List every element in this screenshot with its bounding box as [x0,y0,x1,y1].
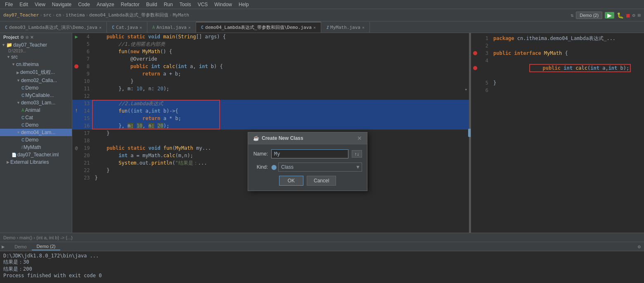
menu-navigate[interactable]: Navigate [49,2,75,7]
tab-label-mymath: MyMath.java [330,25,360,30]
bottom-tabs: ▶ Demo Demo (2) ⚙ [0,242,644,251]
bottom-gear-icon[interactable]: ⚙ [638,244,644,250]
sidebar-item-demo-class[interactable]: C Demo [0,84,72,92]
sidebar-item-demo-c[interactable]: C Demo [0,121,72,129]
code-line-6: 6 fun(new MyMath() { [72,48,469,55]
linenum-10: 10 [80,78,93,85]
sidebar-item-mycallable[interactable]: C MyCallable... [0,92,72,99]
src-arrow: ▼ [7,55,10,59]
demo-c-label: Demo [25,122,38,128]
gutter-21 [72,159,80,167]
status-bar: Demo › main() › {int a, int b} -> {...} [0,233,644,242]
right-code-content-3: public interface MyMath { [492,50,644,57]
mymath-icon: I [21,145,23,150]
iml-icon: 📄 [12,153,17,157]
demo04-class-label: Demo [25,137,38,143]
run-button[interactable]: ▶ [605,12,614,19]
menu-run[interactable]: Run [161,2,176,7]
right-code-line-3: 3 public interface MyMath { [471,50,644,57]
gutter-5 [72,40,80,48]
sort-icon: ⇅ [571,12,573,18]
sidebar-header: Project ⚙ ☆ ✕ [0,33,72,41]
tab-cat[interactable]: C Cat.java ✕ [107,22,147,33]
linenum-21: 21 [80,159,93,167]
sidebar-item-demo04[interactable]: ▼ demo04_Lam... [0,129,72,136]
kind-select-wrap: ⬤ Class Interface Enum Annotation ▼ [271,163,362,172]
tab-label-demo03: demo03_Lambda表达式_演示\Demo.java [9,24,97,31]
tab-animal[interactable]: A Animal.java ✕ [147,22,196,33]
tab-close-demo03[interactable]: ✕ [99,25,102,30]
right-code-line-6: 6 [471,87,644,94]
bottom-content: D:\JDK\jdk1.8.0_172\bin\java ... 结果是：30 … [0,251,644,283]
menu-vcs[interactable]: VCS [194,2,211,7]
dialog-cancel-button[interactable]: Cancel [307,176,336,186]
right-linenum-6: 6 [479,87,492,94]
code-line-16: 16 }, m: 10, n: 20); [72,122,469,130]
menu-help[interactable]: Help [235,2,252,7]
menu-file[interactable]: File [2,2,16,7]
code-content-7: @Override [93,55,469,63]
linenum-18: 18 [80,137,93,144]
sidebar-item-extlibs[interactable]: ▶ External Libraries [0,158,72,166]
sidebar-item-animal[interactable]: A Animal [0,106,72,114]
gutter-16 [72,122,80,130]
menu-edit[interactable]: Edit [16,2,31,7]
warning-14: ! [75,107,78,115]
dialog-ok-button[interactable]: OK [279,176,303,186]
root-label: day07_Teacher [13,42,47,48]
tab-close-mymath[interactable]: ✕ [362,25,365,30]
dialog-close-button[interactable]: ✕ [357,135,362,142]
right-linenum-5: 5 [479,79,492,87]
kind-select[interactable]: Class Interface Enum Annotation [278,163,362,172]
sidebar-project-label: Project [3,35,19,40]
sidebar-item-demo04-class[interactable]: C Demo [0,136,72,144]
tab-icon-animal: A [152,25,155,30]
menu-build[interactable]: Build [143,2,161,7]
gutter-15 [72,115,80,122]
gutter-4: ▶ [72,33,80,40]
sidebar-item-cat[interactable]: C Cat [0,114,72,121]
right-gutter-2 [471,42,479,50]
menu-code[interactable]: Code [75,2,93,7]
debug-icon[interactable]: 🐛 [617,12,624,19]
cn-arrow: ▼ [12,62,15,66]
menu-analyze[interactable]: Analyze [93,2,118,7]
right-code-content-4: public int calc(int a,int b); [492,57,644,79]
code-content-12 [93,92,469,100]
sidebar-item-src[interactable]: ▼ src [0,53,72,61]
form-input-name[interactable] [271,149,348,158]
sidebar-item-mymath[interactable]: I MyMath [0,144,72,151]
tab-demo04[interactable]: C demo04_Lambda表达式_带参数和回值\Demo.java ✕ [196,22,321,33]
tab-close-cat[interactable]: ✕ [140,25,142,30]
code-line-8: 8 public int calc(int a, int b) { [72,63,469,70]
demo-c-icon: C [21,123,24,127]
right-calc-highlight: public int calc(int a,int b); [529,64,631,72]
menu-tools[interactable]: Tools [176,2,194,7]
sidebar-root[interactable]: ▼ 📁 day07_Teacher [0,41,72,49]
code-line-11: 11 }, m: 10, n: 20); [72,85,469,92]
sidebar-item-demo03[interactable]: ▼ demo03_Lam... [0,99,72,106]
right-breakpoint-3 [473,51,477,55]
menu-view[interactable]: View [31,2,49,7]
tab-demo03[interactable]: C demo03_Lambda表达式_演示\Demo.java ✕ [0,22,107,33]
sidebar-item-demo01[interactable]: ▶ demo01_线程... [0,68,72,77]
tab-mymath[interactable]: I MyMath.java ✕ [321,22,370,33]
demo-dropdown[interactable]: Demo (2) [576,12,602,19]
linenum-7: 7 [80,55,93,63]
tab-close-demo04[interactable]: ✕ [313,25,316,30]
sort-button[interactable]: ↑↓ [352,150,362,158]
settings-icon[interactable]: ⚙ [632,12,635,18]
right-code-content-2 [492,42,644,50]
sidebar-item-cn[interactable]: ▼ cn.itheima [0,61,72,68]
bottom-tab-demo2[interactable]: Demo (2) [32,243,61,250]
right-code-line-4: 4 public int calc(int a,int b); [471,57,644,79]
menu-window[interactable]: Window [211,2,235,7]
bottom-tab-demo[interactable]: Demo [9,243,31,250]
sidebar-item-iml[interactable]: 📄 day07_Teacher.iml [0,151,72,158]
tab-close-animal[interactable]: ✕ [188,25,191,30]
sidebar-item-demo02[interactable]: ▼ demo02_Calla... [0,77,72,84]
demo-class-label: Demo [25,85,38,91]
menu-refactor[interactable]: Refactor [118,2,143,7]
stop-icon[interactable]: ■ [626,12,630,19]
cursor-indicator: ✦ [464,87,467,92]
